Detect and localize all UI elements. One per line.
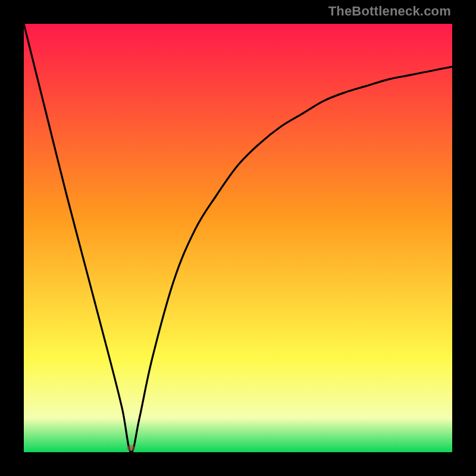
chart-container: TheBottleneck.com [0,0,476,476]
watermark-text: TheBottleneck.com [328,4,451,19]
curve-layer [24,24,452,452]
plot-area [24,24,452,452]
min-marker [127,445,135,451]
bottleneck-curve [24,24,452,452]
